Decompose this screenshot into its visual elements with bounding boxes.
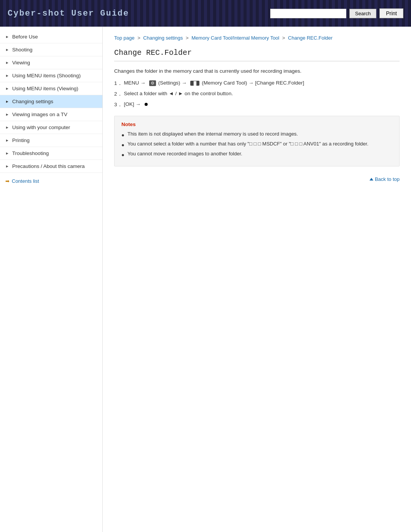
contents-list-label: Contents list <box>12 178 39 184</box>
chevron-right-icon: ► <box>5 151 9 155</box>
note-text: You cannot move recorded images to anoth… <box>127 151 242 157</box>
sidebar-item-precautions[interactable]: ► Precautions / About this camera <box>0 160 102 173</box>
chevron-right-icon: ► <box>5 73 9 78</box>
step-3: 3． [OK] → <box>114 101 400 108</box>
sidebar: ► Before Use ► Shooting ► Viewing ► Usin… <box>0 27 103 532</box>
note-text: This item is not displayed when the inte… <box>127 131 298 137</box>
sidebar-item-changing-settings[interactable]: ► Changing settings <box>0 95 102 108</box>
circle-bullet-icon <box>145 103 148 106</box>
chevron-right-icon: ► <box>5 61 9 65</box>
main-content: Top page > Changing settings > Memory Ca… <box>103 27 411 532</box>
sidebar-item-label: Troubleshooting <box>12 150 49 156</box>
sidebar-item-shooting[interactable]: ► Shooting <box>0 43 102 56</box>
chevron-right-icon: ► <box>5 164 9 168</box>
breadcrumb-top[interactable]: Top page <box>114 35 135 41</box>
bullet-icon: ● <box>121 142 124 148</box>
memcard-icon: ▐▌ <box>190 81 199 86</box>
breadcrumb-separator: > <box>186 35 190 41</box>
breadcrumb-memory-card-tool[interactable]: Memory Card Tool/Internal Memory Tool <box>191 35 279 41</box>
sidebar-item-label: Before Use <box>12 34 38 40</box>
chevron-right-icon: ► <box>5 112 9 117</box>
sidebar-item-before-use[interactable]: ► Before Use <box>0 30 102 43</box>
contents-list-link[interactable]: ➡ Contents list <box>0 174 102 188</box>
search-button[interactable]: Search <box>349 9 376 18</box>
sidebar-item-troubleshooting[interactable]: ► Troubleshooting <box>0 147 102 160</box>
sidebar-item-menu-viewing[interactable]: ► Using MENU items (Viewing) <box>0 82 102 95</box>
sidebar-item-computer[interactable]: ► Using with your computer <box>0 121 102 134</box>
sidebar-item-label: Using MENU items (Viewing) <box>12 86 78 91</box>
header-controls: Search Print <box>270 8 403 18</box>
sidebar-item-label: Shooting <box>12 47 32 53</box>
chevron-right-icon: ► <box>5 138 9 142</box>
notes-title: Notes <box>121 121 392 127</box>
breadcrumb-changing-settings[interactable]: Changing settings <box>143 35 183 41</box>
sidebar-item-label: Precautions / About this camera <box>12 163 85 169</box>
sidebar-item-label: Using with your computer <box>12 125 70 130</box>
bullet-icon: ● <box>121 132 124 138</box>
chevron-right-icon: ► <box>5 125 9 129</box>
header: Cyber-shot User Guide Search Print <box>0 0 411 27</box>
step-1: 1． MENU → ⚙ (Settings) → ▐▌ (Memory Card… <box>114 80 400 87</box>
sidebar-item-label: Using MENU items (Shooting) <box>12 73 81 78</box>
layout: ► Before Use ► Shooting ► Viewing ► Usin… <box>0 27 411 532</box>
note-item-3: ● You cannot move recorded images to ano… <box>121 151 392 158</box>
back-to-top-label: Back to top <box>375 176 400 182</box>
sidebar-item-label: Printing <box>12 137 30 143</box>
sidebar-item-label: Changing settings <box>12 99 53 104</box>
sidebar-item-label: Viewing images on a TV <box>12 112 67 117</box>
chevron-right-icon: ► <box>5 48 9 52</box>
print-button[interactable]: Print <box>379 8 403 18</box>
breadcrumb-current[interactable]: Change REC.Folder <box>288 35 333 41</box>
note-text: You cannot select a folder with a number… <box>127 141 368 147</box>
step-number: 2． <box>114 91 123 97</box>
step-number: 1． <box>114 80 123 87</box>
content-description: Changes the folder in the memory card th… <box>114 68 400 74</box>
sidebar-item-printing[interactable]: ► Printing <box>0 134 102 147</box>
search-input[interactable] <box>270 9 346 18</box>
back-to-top-link[interactable]: Back to top <box>370 176 400 182</box>
chevron-right-icon: ► <box>5 35 9 39</box>
app-title: Cyber-shot User Guide <box>8 9 129 18</box>
note-item-2: ● You cannot select a folder with a numb… <box>121 141 392 148</box>
step-2-text: Select a folder with ◄ / ► on the contro… <box>124 91 233 96</box>
breadcrumb-separator: > <box>282 35 287 41</box>
notes-section: Notes ● This item is not displayed when … <box>114 116 400 166</box>
sidebar-item-menu-shooting[interactable]: ► Using MENU items (Shooting) <box>0 69 102 82</box>
step-number: 3． <box>114 101 123 108</box>
breadcrumb-separator: > <box>137 35 142 41</box>
breadcrumb: Top page > Changing settings > Memory Ca… <box>114 35 400 41</box>
triangle-up-icon <box>370 178 373 181</box>
settings-icon: ⚙ <box>149 80 156 86</box>
sidebar-item-label: Viewing <box>12 60 30 66</box>
note-item-1: ● This item is not displayed when the in… <box>121 131 392 138</box>
step-1-text: MENU → ⚙ (Settings) → ▐▌ (Memory Card To… <box>124 80 304 86</box>
sidebar-item-viewing-tv[interactable]: ► Viewing images on a TV <box>0 108 102 121</box>
sidebar-item-viewing[interactable]: ► Viewing <box>0 56 102 69</box>
step-3-text: [OK] → <box>124 101 148 107</box>
arrow-right-icon: ➡ <box>5 178 10 184</box>
chevron-right-icon: ► <box>5 86 9 91</box>
page-title: Change REC.Folder <box>114 48 400 61</box>
page-footer: Back to top <box>114 173 400 186</box>
bullet-icon: ● <box>121 152 124 158</box>
step-2: 2． Select a folder with ◄ / ► on the con… <box>114 91 400 97</box>
chevron-right-icon: ► <box>5 99 9 104</box>
